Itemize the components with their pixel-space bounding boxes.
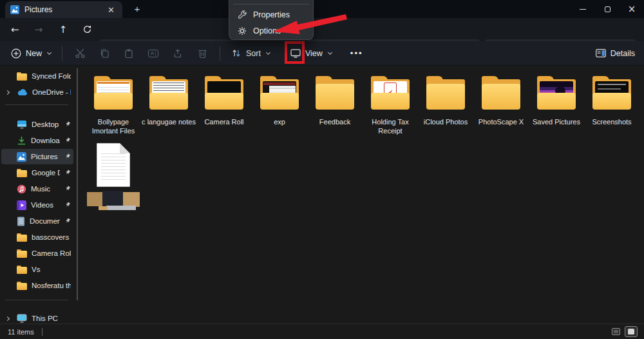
copy-button[interactable] <box>92 48 117 59</box>
sidebar-item-desktop[interactable]: Desktop <box>1 117 73 132</box>
sidebar-item-google-drive[interactable]: Google Drive <box>1 165 73 180</box>
folder-icon <box>370 76 410 110</box>
folder-icon <box>592 76 632 110</box>
folder-tile-camera-roll[interactable]: Camera Roll <box>196 72 252 136</box>
pictures-icon <box>17 152 26 162</box>
sidebar-item-nosferatu[interactable]: Nosferatu the Va <box>1 278 73 293</box>
details-pane-button[interactable]: Details <box>596 49 635 58</box>
trash-icon <box>198 48 207 59</box>
sidebar-item-label: Pictures <box>31 153 60 160</box>
close-button[interactable]: × <box>620 0 644 18</box>
sidebar-item-vs[interactable]: Vs <box>1 262 73 277</box>
toolbar-divider <box>220 46 220 61</box>
sidebar-item-label: Videos <box>31 201 60 209</box>
sidebar-item-music[interactable]: Music <box>1 181 73 197</box>
rename-icon: A| <box>148 50 158 57</box>
sort-button[interactable]: Sort <box>225 44 276 63</box>
thumbnail-view-button[interactable] <box>625 326 638 337</box>
item-count: 11 items <box>8 328 34 336</box>
pictures-icon <box>10 5 19 14</box>
sidebar-divider <box>5 300 68 300</box>
folder-icon <box>481 76 521 110</box>
sidebar-item-documents[interactable]: Documents <box>1 213 73 229</box>
maximize-icon <box>605 6 611 12</box>
folder-icon <box>315 76 355 110</box>
chevron-down-icon <box>328 50 332 54</box>
paste-icon <box>124 48 134 59</box>
sidebar-item-label: This PC <box>32 315 71 322</box>
share-button[interactable] <box>166 48 190 59</box>
sidebar-item-pictures[interactable]: Pictures <box>1 149 73 164</box>
folder-icon <box>17 249 27 258</box>
music-icon <box>17 184 26 194</box>
pin-icon <box>64 202 71 208</box>
sort-icon <box>231 48 242 58</box>
folder-tile-screenshots[interactable]: Screenshots <box>584 72 639 136</box>
folder-tile-photoscape-x[interactable]: PhotoScape X <box>473 72 529 136</box>
sidebar-item-label: Nosferatu the Va <box>32 282 71 289</box>
folder-tile-holding-tax-receipt[interactable]: Holding Tax Receipt <box>363 72 418 136</box>
delete-button[interactable] <box>190 48 214 59</box>
folder-name: PhotoScape X <box>478 117 524 126</box>
sidebar-item-synced-folders[interactable]: Synced Folders <box>1 68 73 84</box>
folder-name: Saved Pictures <box>533 117 580 126</box>
sidebar-item-downloads[interactable]: Downloads <box>1 133 73 148</box>
sidebar-item-basscovers[interactable]: basscovers <box>1 229 73 245</box>
minimize-button[interactable] <box>571 0 595 18</box>
maximize-button[interactable] <box>595 0 620 18</box>
pin-icon <box>64 186 71 192</box>
cut-button[interactable] <box>68 48 92 59</box>
command-toolbar: New A| <box>0 41 644 66</box>
share-icon <box>173 48 183 59</box>
minimize-icon <box>580 9 586 10</box>
refresh-button[interactable] <box>79 22 95 37</box>
folder-name: exp <box>274 117 285 126</box>
folder-name: Feedback <box>319 117 350 126</box>
details-pane-icon <box>596 49 606 57</box>
folder-icon <box>204 76 244 110</box>
back-button[interactable]: ← <box>6 22 23 37</box>
details-view-button[interactable] <box>609 326 622 337</box>
status-divider <box>42 328 43 336</box>
folder-name: Bollypage Imortant Files <box>86 117 140 136</box>
sidebar-item-videos[interactable]: Videos <box>1 197 73 213</box>
folder-name: iCloud Photos <box>424 117 468 126</box>
see-more-button[interactable]: ••• <box>344 48 370 58</box>
folder-tile-exp[interactable]: exp <box>252 72 307 136</box>
rename-button[interactable]: A| <box>141 50 166 57</box>
new-button-label: New <box>26 49 42 58</box>
chevron-down-icon <box>47 50 52 54</box>
tab-close-icon[interactable]: ✕ <box>105 5 117 15</box>
onedrive-icon <box>17 89 28 96</box>
forward-button[interactable]: → <box>30 22 47 37</box>
videos-icon <box>17 200 26 210</box>
sidebar-item-label: Downloads <box>31 137 60 144</box>
sidebar-item-label: Synced Folders <box>32 72 71 80</box>
folder-icon <box>17 169 27 177</box>
chevron-down-icon <box>266 50 270 54</box>
sidebar-item-camera-roll[interactable]: Camera Roll <box>1 246 73 261</box>
sidebar-scrollbar[interactable] <box>77 68 78 300</box>
paste-button[interactable] <box>117 48 141 59</box>
tab-pictures[interactable]: Pictures ✕ <box>5 1 122 18</box>
sidebar-item-label: Camera Roll <box>32 249 71 257</box>
new-tab-button[interactable]: + <box>130 3 144 15</box>
pin-icon <box>64 153 71 160</box>
folder-tile-saved-pictures[interactable]: Saved Pictures <box>529 72 584 136</box>
details-button-label: Details <box>611 49 635 58</box>
folder-name: Screenshots <box>592 117 631 126</box>
folder-icon <box>426 76 466 110</box>
up-button[interactable]: ↑ <box>55 22 71 37</box>
toolbar-divider <box>62 46 62 61</box>
sidebar-item-onedrive[interactable]: OneDrive - Perso <box>1 84 73 100</box>
folder-tile-icloud-photos[interactable]: iCloud Photos <box>418 72 473 136</box>
navigation-pane: Synced Folders OneDrive - Perso Desktop … <box>0 66 79 324</box>
folder-tile-feedback[interactable]: Feedback <box>307 72 363 136</box>
file-tile-document[interactable] <box>86 143 141 210</box>
folder-name: c langugae notes <box>142 117 196 126</box>
new-button[interactable]: New <box>5 44 57 63</box>
folder-name: Holding Tax Receipt <box>363 117 417 136</box>
folder-tile-c-language-notes[interactable]: c langugae notes <box>141 72 196 136</box>
pin-icon <box>64 121 71 128</box>
folder-tile-bollypage[interactable]: Bollypage Imortant Files <box>86 72 141 136</box>
